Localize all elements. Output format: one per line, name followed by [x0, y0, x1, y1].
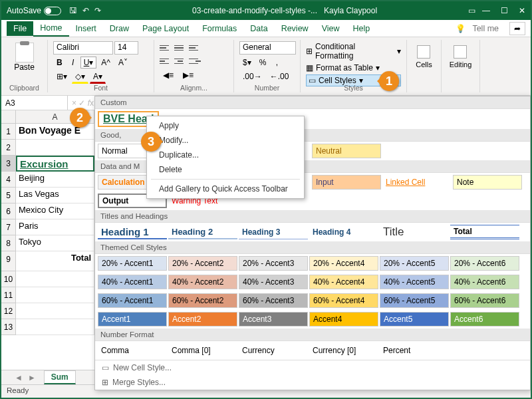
accounting-button[interactable]: $▾ — [239, 57, 255, 68]
tab-help[interactable]: Help — [346, 21, 377, 36]
share-button[interactable]: ➦ — [509, 22, 525, 35]
row-header-4[interactable]: 4 — [1, 172, 16, 188]
style-linked-cell[interactable]: Linked Cell — [382, 175, 452, 190]
style-20-accent3[interactable]: 20% - Accent3 — [239, 256, 308, 271]
style-60-accent1[interactable]: 60% - Accent1 — [98, 293, 167, 308]
undo-icon[interactable]: ↶ — [82, 6, 89, 15]
sheet-nav-next-icon[interactable]: ► — [28, 373, 36, 382]
style-20-accent5[interactable]: 20% - Accent5 — [380, 256, 449, 271]
style-note[interactable]: Note — [453, 175, 522, 190]
sheet-nav-prev-icon[interactable]: ◄ — [15, 373, 23, 382]
style-accent6[interactable]: Accent6 — [450, 312, 519, 327]
row-header-7[interactable]: 7 — [1, 219, 16, 235]
style-60-accent2[interactable]: 60% - Accent2 — [168, 293, 237, 308]
decrease-indent-button[interactable]: ◀≡ — [160, 69, 177, 81]
fill-color-button[interactable]: ◇▾ — [72, 70, 88, 84]
cell-a13[interactable] — [16, 319, 94, 335]
border-button[interactable]: ⊞▾ — [53, 70, 70, 84]
cell-a11[interactable] — [16, 287, 94, 303]
cells-button[interactable]: Cells — [416, 41, 432, 68]
decrease-decimal-button[interactable]: ←.00 — [267, 70, 293, 82]
style-percent[interactable]: Percent — [380, 343, 449, 358]
style-40-accent1[interactable]: 40% - Accent1 — [98, 275, 167, 289]
style-title[interactable]: Title — [380, 225, 449, 239]
row-header-5[interactable]: 5 — [1, 188, 16, 203]
style-20-accent2[interactable]: 20% - Accent2 — [168, 256, 237, 271]
tab-draw[interactable]: Draw — [103, 21, 136, 36]
style-60-accent5[interactable]: 60% - Accent5 — [380, 293, 449, 308]
align-bottom-icon[interactable] — [189, 43, 201, 53]
font-color-button[interactable]: A▾ — [90, 70, 106, 84]
tab-file[interactable]: File — [7, 21, 33, 36]
row-header-13[interactable]: 13 — [1, 319, 16, 335]
cell-a10[interactable] — [16, 271, 94, 287]
tab-home[interactable]: Home — [33, 21, 68, 37]
row-header-11[interactable]: 11 — [1, 287, 16, 303]
style-neutral[interactable]: Neutral — [312, 144, 381, 158]
style-currency[interactable]: Currency — [239, 343, 308, 358]
style-accent3[interactable]: Accent3 — [239, 312, 308, 327]
style-20-accent1[interactable]: 20% - Accent1 — [98, 256, 167, 271]
font-size-select[interactable]: 14 — [114, 41, 138, 55]
autosave-toggle[interactable]: AutoSave — [7, 6, 61, 15]
save-icon[interactable]: 🖫 — [69, 6, 77, 15]
ctx-apply[interactable]: Apply — [147, 118, 304, 133]
percent-button[interactable]: % — [256, 57, 270, 68]
decrease-font-button[interactable]: A˅ — [115, 57, 131, 68]
row-header-6[interactable]: 6 — [1, 203, 16, 219]
style-comma[interactable]: Comma — [98, 343, 167, 358]
row-header-2[interactable]: 2 — [1, 140, 16, 156]
cell-a6[interactable]: Mexico City — [16, 203, 94, 219]
sheet-tab-active[interactable]: Sum — [44, 370, 76, 384]
paste-button[interactable]: Paste — [14, 43, 35, 72]
tab-review[interactable]: Review — [275, 21, 315, 36]
ctx-modify[interactable]: Modify... — [147, 133, 304, 148]
cell-a5[interactable]: Las Vegas — [16, 188, 94, 203]
style-accent5[interactable]: Accent5 — [380, 312, 449, 327]
style-40-accent5[interactable]: 40% - Accent5 — [380, 275, 449, 289]
style-60-accent4[interactable]: 60% - Accent4 — [309, 293, 378, 308]
align-middle-icon[interactable] — [174, 43, 186, 53]
tellme[interactable]: Tell me — [466, 21, 505, 36]
tab-formulas[interactable]: Formulas — [196, 21, 243, 36]
increase-font-button[interactable]: A^ — [98, 57, 114, 68]
style-total[interactable]: Total — [450, 225, 519, 239]
select-all-button[interactable] — [1, 110, 16, 123]
align-top-icon[interactable] — [160, 43, 172, 53]
style-60-accent6[interactable]: 60% - Accent6 — [450, 293, 519, 308]
style-heading-2[interactable]: Heading 2 — [168, 225, 237, 239]
maximize-icon[interactable]: ☐ — [501, 6, 508, 15]
row-header-10[interactable]: 10 — [1, 271, 16, 287]
close-icon[interactable]: ✕ — [519, 6, 525, 15]
style-40-accent6[interactable]: 40% - Accent6 — [450, 275, 519, 289]
style-heading-1[interactable]: Heading 1 — [98, 225, 167, 239]
ctx-add-qat[interactable]: Add Gallery to Quick Access Toolbar — [147, 182, 304, 196]
name-box[interactable]: A3 — [1, 96, 68, 110]
tab-view[interactable]: View — [315, 21, 346, 36]
ribbon-options-icon[interactable]: ▭ — [468, 6, 475, 15]
style-40-accent4[interactable]: 40% - Accent4 — [309, 275, 378, 289]
tab-insert[interactable]: Insert — [69, 21, 103, 36]
increase-decimal-button[interactable]: .00→ — [239, 70, 265, 82]
cell-a12[interactable] — [16, 303, 94, 319]
row-header-8[interactable]: 8 — [1, 235, 16, 251]
style-heading-3[interactable]: Heading 3 — [239, 225, 308, 239]
style-40-accent3[interactable]: 40% - Accent3 — [239, 275, 308, 289]
style-accent4[interactable]: Accent4 — [309, 312, 378, 327]
style-20-accent4[interactable]: 20% - Accent4 — [309, 256, 378, 271]
style-input[interactable]: Input — [312, 175, 381, 190]
style-accent2[interactable]: Accent2 — [168, 312, 237, 327]
number-format-select[interactable]: General — [239, 41, 296, 55]
cell-a7[interactable]: Paris — [16, 219, 94, 235]
redo-icon[interactable]: ↷ — [94, 6, 101, 15]
cell-a4[interactable]: Beijing — [16, 172, 94, 188]
ctx-delete[interactable]: Delete — [147, 162, 304, 177]
cell-a3[interactable]: Excursion — [16, 156, 94, 172]
align-right-icon[interactable] — [189, 56, 201, 66]
minimize-icon[interactable]: ― — [482, 6, 490, 15]
style-comma0[interactable]: Comma [0] — [168, 343, 237, 358]
style-60-accent3[interactable]: 60% - Accent3 — [239, 293, 308, 308]
row-header-1[interactable]: 1 — [1, 124, 16, 140]
italic-button[interactable]: I — [67, 57, 79, 68]
style-40-accent2[interactable]: 40% - Accent2 — [168, 275, 237, 289]
